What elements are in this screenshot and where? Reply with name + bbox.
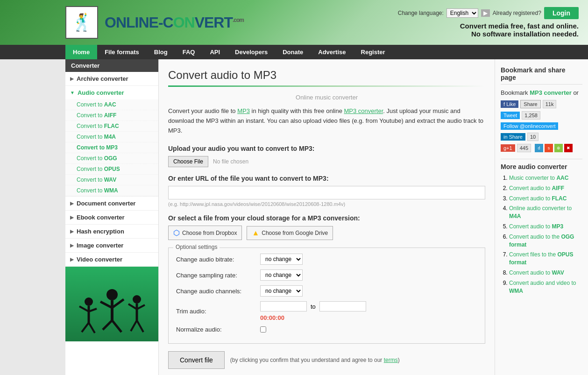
sidebar-item-hash[interactable]: ▶ Hash encryption xyxy=(65,225,158,238)
sidebar-item-audio[interactable]: ▼ Audio converter xyxy=(65,86,158,99)
audio-link-wav[interactable]: Convert audio to WAV xyxy=(509,269,564,276)
no-file-text: No file chosen xyxy=(213,158,248,165)
nav-file-formats[interactable]: File formats xyxy=(97,45,147,59)
logo-box: 🕺 xyxy=(65,6,98,39)
channels-select[interactable]: no change 1 (mono) 2 (stereo) xyxy=(260,285,303,297)
nav-register[interactable]: Register xyxy=(354,45,393,59)
linkedin-count: 10 xyxy=(527,133,538,141)
svg-line-8 xyxy=(79,306,89,311)
gplus-button[interactable]: g+1 xyxy=(501,144,515,152)
sidebar-label-ebook: Ebook converter xyxy=(77,214,125,221)
sidebar-label-hash: Hash encryption xyxy=(77,228,124,235)
upload-label: Upload your audio you want to convert to… xyxy=(168,145,485,152)
twitter-follow-button[interactable]: Follow @onlineconvert xyxy=(501,122,558,130)
facebook-row: f Like Share 11k xyxy=(501,100,582,108)
share2-icon[interactable]: ✖ xyxy=(564,144,573,152)
audio-link-aiff[interactable]: Convert audio to AIFF xyxy=(509,185,564,191)
sidebar-item-image[interactable]: ▶ Image converter xyxy=(65,239,158,252)
normalize-label: Normalize audio: xyxy=(176,326,260,333)
fb-share-button[interactable]: Share xyxy=(520,100,540,108)
sampling-label: Change sampling rate: xyxy=(176,272,260,279)
delicious-icon[interactable]: d xyxy=(535,144,543,152)
svg-line-14 xyxy=(128,304,137,309)
twitter-tweet-row: Tweet 1,258 xyxy=(501,111,582,120)
dropbox-button[interactable]: ⬡ Choose from Dropbox xyxy=(168,226,242,240)
svg-line-3 xyxy=(112,299,124,308)
sidebar-label-image: Image converter xyxy=(77,242,123,249)
nav-donate[interactable]: Donate xyxy=(275,45,311,59)
trim-start-input[interactable] xyxy=(260,301,307,311)
sidebar-item-m4a[interactable]: Convert to M4A xyxy=(65,132,158,142)
sidebar-item-mp3[interactable]: Convert to MP3 xyxy=(65,142,158,153)
sidebar-item-archive[interactable]: ▶ Archive converter xyxy=(65,72,158,85)
nav-api[interactable]: API xyxy=(202,45,227,59)
linkedin-row: in Share 10 xyxy=(501,133,582,141)
list-item: Online audio converter to M4A xyxy=(509,205,582,220)
trim-to-text: to xyxy=(311,303,316,310)
arrow-icon-hash: ▶ xyxy=(70,229,74,234)
sidebar-item-aiff[interactable]: Convert to AIFF xyxy=(65,110,158,121)
nav-advertise[interactable]: Advertise xyxy=(311,45,353,59)
gplus-count: 445 xyxy=(517,144,531,152)
main-content: Convert audio to MP3 Online music conver… xyxy=(159,59,495,375)
linkedin-share-button[interactable]: in Share xyxy=(501,133,525,141)
svg-line-10 xyxy=(82,323,89,332)
stumble-icon[interactable]: s xyxy=(545,144,553,152)
sidebar-item-video[interactable]: ▶ Video converter xyxy=(65,253,158,266)
sidebar-item-aac[interactable]: Convert to AAC xyxy=(65,99,158,110)
sidebar-image xyxy=(65,267,158,341)
gdrive-button[interactable]: ▲ Choose from Google Drive xyxy=(247,226,333,240)
more-audio-list: Music converter to AAC Convert audio to … xyxy=(501,174,582,295)
sidebar-item-wav[interactable]: Convert to WAV xyxy=(65,175,158,185)
language-select[interactable]: English xyxy=(446,8,478,18)
list-item: Convert audio to FLAC xyxy=(509,195,582,203)
terms-text: (by clicking you confirm that you unders… xyxy=(230,357,400,363)
gplus-row: g+1 445 d s ⊕ ✖ xyxy=(501,144,582,152)
sidebar-item-ebook[interactable]: ▶ Ebook converter xyxy=(65,211,158,224)
sidebar-title: Converter xyxy=(65,59,158,72)
lang-arrow-button[interactable]: ▶ xyxy=(481,9,490,17)
sidebar-item-opus[interactable]: Convert to OPUS xyxy=(65,164,158,175)
audio-link-mp3[interactable]: Convert audio to MP3 xyxy=(509,223,563,230)
sidebar-category-image: ▶ Image converter xyxy=(65,239,158,253)
trim-end-input[interactable] xyxy=(319,301,366,311)
audio-link-aac[interactable]: Music converter to AAC xyxy=(509,175,568,181)
nav-faq[interactable]: FAQ xyxy=(175,45,203,59)
bookmark-text: Bookmark MP3 converter or xyxy=(501,89,582,96)
arrow-icon-ebook: ▶ xyxy=(70,215,74,220)
choose-file-button[interactable]: Choose File xyxy=(168,156,208,167)
arrow-icon-image: ▶ xyxy=(70,243,74,248)
sampling-select[interactable]: no change 22050 Hz 44100 Hz 48000 Hz xyxy=(260,269,303,281)
sidebar-category-hash: ▶ Hash encryption xyxy=(65,225,158,239)
audio-link-m4a[interactable]: Online audio converter to M4A xyxy=(509,205,572,219)
normalize-checkbox[interactable] xyxy=(260,326,266,333)
sidebar-item-ogg[interactable]: Convert to OGG xyxy=(65,153,158,164)
sidebar-category-document: ▶ Document converter xyxy=(65,197,158,211)
gdrive-label: Choose from Google Drive xyxy=(262,230,328,236)
right-sidebar: Bookmark and share page Bookmark MP3 con… xyxy=(495,59,588,375)
sidebar-item-flac[interactable]: Convert to FLAC xyxy=(65,121,158,132)
sidebar-item-document[interactable]: ▶ Document converter xyxy=(65,197,158,210)
sidebar-item-wma[interactable]: Convert to WMA xyxy=(65,185,158,196)
tweet-button[interactable]: Tweet xyxy=(501,112,520,119)
audio-link-opus[interactable]: Convert files to the OPUS format xyxy=(509,251,573,266)
svg-line-5 xyxy=(112,320,121,332)
mp3-converter-link[interactable]: MP3 converter xyxy=(530,89,572,96)
url-input[interactable] xyxy=(168,186,485,199)
nav-home[interactable]: Home xyxy=(65,45,97,59)
audio-link-wma[interactable]: Convert audio and video to WMA xyxy=(509,280,576,294)
bitrate-select[interactable]: no change 64k 128k 192k 256k 320k xyxy=(260,254,303,265)
share1-icon[interactable]: ⊕ xyxy=(554,144,563,152)
audio-link-flac[interactable]: Convert audio to FLAC xyxy=(509,195,567,202)
terms-link[interactable]: terms xyxy=(384,357,398,363)
nav-blog[interactable]: Blog xyxy=(147,45,175,59)
svg-point-6 xyxy=(85,297,93,306)
login-button[interactable]: Login xyxy=(544,7,579,19)
bitrate-label: Change audio bitrate: xyxy=(176,256,260,263)
fb-like-button[interactable]: f Like xyxy=(501,100,518,108)
header-right: Change language: English ▶ Already regis… xyxy=(398,7,579,38)
convert-file-button[interactable]: Convert file xyxy=(168,351,225,369)
nav-developers[interactable]: Developers xyxy=(227,45,275,59)
linkedin-icon: in xyxy=(503,134,508,140)
audio-link-ogg[interactable]: Convert audio to the OGG format xyxy=(509,233,574,248)
